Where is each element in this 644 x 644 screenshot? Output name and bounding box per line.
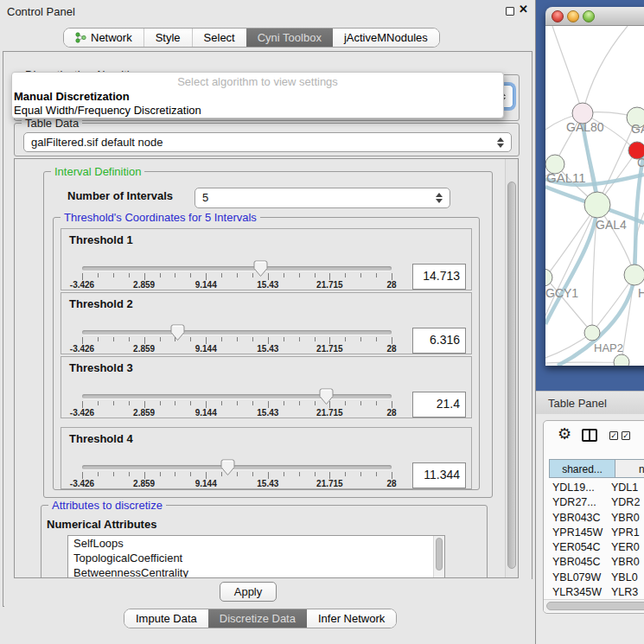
interval-definition-label: Interval Definition xyxy=(51,165,144,178)
apply-button[interactable]: Apply xyxy=(220,582,277,602)
network-node-label: C xyxy=(637,156,644,169)
tab-label: jActiveMNodules xyxy=(344,29,428,47)
network-canvas[interactable]: GAL80GACGAL11GAL4GCY1HHAP2 xyxy=(545,26,644,366)
threshold-slider-track[interactable] xyxy=(82,330,392,335)
network-node-label: GCY1 xyxy=(545,286,578,300)
tab-label: Select xyxy=(204,29,235,47)
slider-ticks xyxy=(82,273,392,281)
column-header-shared-name[interactable]: shared... xyxy=(549,459,615,478)
table-body: YDL19...YDL1YDR27...YDR2YBR043CYBR0YPR14… xyxy=(544,481,644,614)
cell-name: YDR2 xyxy=(611,496,640,508)
tab-infer-network[interactable]: Infer Network xyxy=(307,609,396,628)
float-window-icon[interactable] xyxy=(506,7,514,16)
table-row[interactable]: YBR043CYBR0 xyxy=(544,512,644,526)
attribute-item-betweennesscentrality[interactable]: BetweennessCentrality xyxy=(68,565,444,578)
threshold-panel-4: Threshold 4-3.4262.8599.14415.4321.71528… xyxy=(61,427,472,489)
threshold-label: Threshold 2 xyxy=(69,297,133,310)
algorithm-option-manual[interactable]: Manual Discretization xyxy=(14,90,130,103)
slider-scale-label: -3.426 xyxy=(70,408,94,418)
cell-name: YPR1 xyxy=(611,526,640,539)
table-row[interactable]: YPR145WYPR1 xyxy=(544,526,644,541)
table-data-combobox[interactable]: galFiltered.sif default node xyxy=(23,132,512,152)
number-of-intervals-label: Number of Intervals xyxy=(67,189,173,202)
thresholds-group: Threshold's Coordinates for 5 Intervals … xyxy=(53,217,480,490)
close-icon[interactable]: ✕ xyxy=(519,3,528,16)
settings-vertical-scrollbar[interactable] xyxy=(505,159,518,577)
tab-label: Impute Data xyxy=(136,609,197,628)
minimize-traffic-light-icon[interactable] xyxy=(567,10,579,22)
threshold-value-field[interactable]: 21.4 xyxy=(412,392,466,418)
attributes-group-label: Attributes to discretize xyxy=(48,499,166,512)
slider-scale-label: 28 xyxy=(386,280,396,290)
slider-scale-label: 9.144 xyxy=(195,479,217,488)
tab-impute-data[interactable]: Impute Data xyxy=(124,609,208,628)
network-node[interactable] xyxy=(584,325,600,341)
network-node-label: GA xyxy=(631,122,644,136)
apply-bar: Apply xyxy=(4,579,532,607)
tab-cyni-toolbox[interactable]: Cyni Toolbox xyxy=(246,29,333,47)
table-row[interactable]: YDL19...YDL1 xyxy=(544,481,644,496)
slider-scale-label: -3.426 xyxy=(70,344,94,354)
zoom-traffic-light-icon[interactable] xyxy=(583,10,595,22)
network-node-label: H xyxy=(638,286,644,300)
table-row[interactable]: YBL079WYBL0 xyxy=(544,571,644,586)
slider-scale-label: 28 xyxy=(386,479,396,488)
network-edge[interactable] xyxy=(583,26,628,113)
network-node[interactable] xyxy=(545,269,552,286)
desktop-area: GAL80GACGAL11GAL4GCY1HHAP2 Table Panel ⚙… xyxy=(536,0,644,644)
attributes-list-scrollbar[interactable] xyxy=(433,536,444,578)
columns-icon[interactable] xyxy=(582,429,597,442)
tab-network[interactable]: Network xyxy=(64,29,143,47)
tab-jactivemnodules[interactable]: jActiveMNodules xyxy=(333,29,439,47)
gear-icon[interactable]: ⚙ xyxy=(558,424,571,443)
cell-name: YER0 xyxy=(611,541,640,553)
table-row[interactable]: YBR045CYBR0 xyxy=(544,556,644,571)
threshold-slider-track[interactable] xyxy=(82,394,392,399)
threshold-slider-track[interactable] xyxy=(82,465,392,469)
interval-definition-group: Interval Definition Number of Intervals … xyxy=(43,171,493,498)
network-node-label: HAP2 xyxy=(594,341,623,354)
attribute-item-topologicalcoefficient[interactable]: TopologicalCoefficient xyxy=(68,551,444,565)
tab-select[interactable]: Select xyxy=(192,29,246,47)
network-edge[interactable] xyxy=(545,362,622,363)
slider-scale-label: 21.715 xyxy=(316,280,343,290)
cell-name: YBR0 xyxy=(611,512,640,524)
threshold-value-field[interactable]: 14.713 xyxy=(412,264,466,290)
attributes-group: Attributes to discretize Numerical Attri… xyxy=(41,505,488,578)
cell-shared-name: YBL079W xyxy=(544,571,611,583)
close-traffic-light-icon[interactable] xyxy=(552,10,564,22)
slider-scale-label: 2.859 xyxy=(133,479,155,488)
column-header-name[interactable]: n xyxy=(615,459,644,478)
checkbox-icon[interactable]: ✓ xyxy=(609,431,618,440)
algorithm-hint-item[interactable]: Select algorithm to view settings xyxy=(12,75,503,88)
attribute-item-selfloops[interactable]: SelfLoops xyxy=(68,536,444,551)
cell-shared-name: YBR045C xyxy=(544,556,611,568)
table-row[interactable]: YDR27...YDR2 xyxy=(544,496,644,511)
network-node-label: GAL4 xyxy=(596,218,627,232)
table-row[interactable]: YER054CYER0 xyxy=(544,541,644,556)
slider-scale-label: 28 xyxy=(386,408,396,418)
network-node[interactable] xyxy=(624,265,644,285)
checkbox-icon[interactable]: ✓ xyxy=(622,431,630,440)
cell-shared-name: YDR27... xyxy=(544,496,611,508)
tab-style[interactable]: Style xyxy=(143,29,192,47)
table-panel-content: ⚙ ✓ ✓ shared... n YDL19...YDL1YDR27...YD… xyxy=(536,414,644,644)
slider-scale-label: 15.43 xyxy=(257,280,278,290)
number-of-intervals-combobox[interactable]: 5 xyxy=(194,188,450,208)
table-horizontal-scrollbar[interactable] xyxy=(544,599,644,612)
slider-scale-label: 15.43 xyxy=(257,479,278,488)
number-of-intervals-value: 5 xyxy=(202,191,208,204)
threshold-slider-track[interactable] xyxy=(82,266,392,271)
threshold-label: Threshold 4 xyxy=(69,432,133,445)
network-node-label: GAL80 xyxy=(566,120,604,134)
combo-arrows-icon xyxy=(436,193,443,203)
tab-discretize-data[interactable]: Discretize Data xyxy=(208,609,307,628)
threshold-value-field[interactable]: 11.344 xyxy=(412,462,466,488)
network-node[interactable] xyxy=(614,354,629,366)
threshold-value-field[interactable]: 6.316 xyxy=(412,328,466,354)
algorithm-option-equal-width[interactable]: Equal Width/Frequency Discretization xyxy=(14,104,201,117)
network-window-titlebar[interactable] xyxy=(545,7,644,26)
network-node[interactable] xyxy=(584,192,610,218)
threshold-label: Threshold 3 xyxy=(69,361,133,374)
network-edge[interactable] xyxy=(552,26,583,113)
